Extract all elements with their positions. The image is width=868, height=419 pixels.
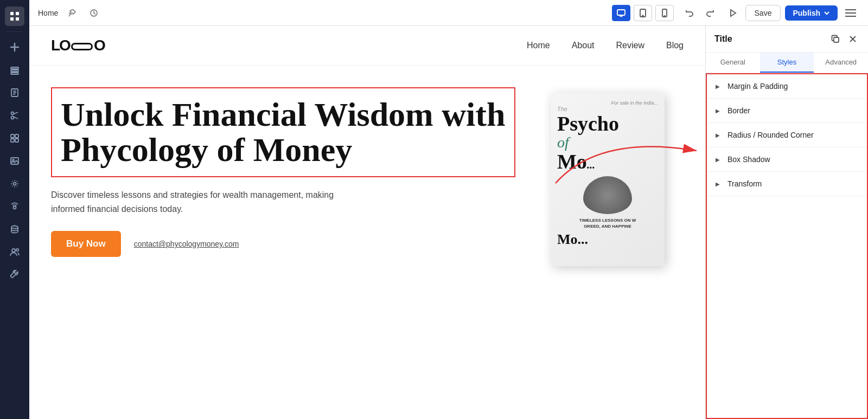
svg-line-26 — [69, 15, 70, 16]
nav-link-home[interactable]: Home — [527, 41, 550, 50]
publish-button[interactable]: Publish — [785, 5, 838, 21]
svg-point-11 — [11, 112, 14, 115]
website-preview: LOO Home About Review Blog Unlock Financ… — [29, 26, 705, 419]
section-label-margin: Margin & Padding — [727, 82, 788, 91]
tools-icon[interactable] — [5, 265, 24, 285]
section-radius-rounded[interactable]: ▶ Radius / Rounded Corner — [707, 123, 867, 147]
hero-subtitle: Discover timeless lessons and strategies… — [51, 188, 344, 216]
section-label-transform: Transform — [727, 179, 762, 188]
logo-rect — [71, 43, 93, 50]
panel-header: Title — [706, 26, 868, 53]
canvas-area: LOO Home About Review Blog Unlock Financ… — [29, 26, 868, 419]
nav-links: Home About Review Blog — [527, 41, 684, 50]
hero-title: Unlock Financial Wisdom with Phycology o… — [61, 97, 506, 167]
viewport-controls — [612, 5, 674, 21]
svg-rect-15 — [11, 134, 14, 138]
hero-actions: Buy Now contact@phycologymoney.com — [51, 231, 515, 257]
book-title-mo: Mo... — [557, 151, 658, 172]
scissors-icon[interactable] — [5, 106, 24, 125]
svg-point-24 — [12, 249, 15, 252]
section-arrow-margin: ▶ — [716, 83, 720, 89]
svg-rect-3 — [16, 17, 19, 21]
book-cover: For sale in the India... The Psycho of M… — [551, 93, 665, 266]
tab-general[interactable]: General — [706, 53, 760, 73]
undo-icon[interactable] — [680, 4, 698, 22]
hero-title-box: Unlock Financial Wisdom with Phycology o… — [51, 87, 515, 177]
site-navigation: LOO Home About Review Blog — [29, 26, 705, 66]
image-icon[interactable] — [5, 151, 24, 171]
svg-point-22 — [14, 207, 16, 209]
svg-rect-28 — [617, 10, 625, 15]
top-bar: Home — [29, 0, 868, 26]
preview-icon[interactable] — [724, 4, 741, 22]
tablet-viewport-btn[interactable] — [634, 5, 652, 21]
settings-icon[interactable] — [5, 174, 24, 194]
left-sidebar — [0, 0, 29, 419]
svg-rect-18 — [15, 139, 18, 142]
section-arrow-radius: ▶ — [716, 132, 720, 138]
section-arrow-transform: ▶ — [716, 181, 720, 187]
sidebar-divider-1 — [7, 31, 23, 32]
panel-header-icons — [829, 33, 859, 46]
panel-tabs: General Styles Advanced — [706, 53, 868, 73]
grid-nav-icon[interactable] — [5, 7, 24, 26]
svg-rect-40 — [834, 37, 839, 42]
section-box-shadow[interactable]: ▶ Box Shadow — [707, 147, 867, 172]
svg-rect-16 — [15, 134, 18, 138]
components-icon[interactable] — [5, 128, 24, 148]
svg-rect-0 — [10, 12, 14, 15]
site-logo: LOO — [51, 37, 105, 54]
section-border[interactable]: ▶ Border — [707, 99, 867, 123]
book-cover-inner: For sale in the India... The Psycho of M… — [551, 93, 665, 266]
svg-rect-6 — [11, 73, 18, 74]
redo-icon[interactable] — [702, 4, 719, 22]
panel-sections: ▶ Margin & Padding ▶ Border ▶ Radius / R… — [706, 73, 868, 419]
nav-link-review[interactable]: Review — [616, 41, 644, 50]
svg-point-25 — [16, 249, 18, 251]
svg-point-32 — [642, 15, 643, 16]
tab-styles[interactable]: Styles — [760, 53, 814, 73]
section-arrow-border: ▶ — [716, 108, 720, 114]
book-title-psycho: Psycho — [557, 113, 658, 134]
top-bar-left: Home — [38, 5, 605, 21]
buy-now-button[interactable]: Buy Now — [51, 231, 121, 257]
history-icon[interactable] — [86, 5, 101, 21]
tab-advanced[interactable]: Advanced — [814, 53, 868, 73]
broadcast-icon[interactable] — [5, 197, 24, 216]
page-name: Home — [38, 9, 58, 17]
book-brain-image — [583, 176, 632, 214]
section-margin-padding[interactable]: ▶ Margin & Padding — [707, 74, 867, 99]
page-icon[interactable] — [5, 83, 24, 102]
nav-link-about[interactable]: About — [572, 41, 595, 50]
pin-icon[interactable] — [65, 5, 80, 21]
users-icon[interactable] — [5, 242, 24, 262]
nav-link-blog[interactable]: Blog — [666, 41, 684, 50]
section-label-border: Border — [727, 106, 750, 115]
panel-copy-icon[interactable] — [829, 33, 842, 46]
database-icon[interactable] — [5, 220, 24, 239]
section-arrow-shadow: ▶ — [716, 157, 720, 163]
svg-point-21 — [14, 183, 16, 185]
save-button[interactable]: Save — [745, 5, 781, 21]
contact-link[interactable]: contact@phycologymoney.com — [134, 240, 239, 248]
top-bar-right: Save Publish — [680, 4, 859, 22]
mobile-viewport-btn[interactable] — [655, 5, 674, 21]
svg-rect-1 — [16, 12, 19, 15]
right-panel: Title — [705, 26, 868, 419]
section-transform[interactable]: ▶ Transform — [707, 172, 867, 196]
hero-section: Unlock Financial Wisdom with Phycology o… — [29, 66, 705, 282]
book-title-the: The — [557, 106, 658, 112]
section-label-radius: Radius / Rounded Corner — [727, 131, 814, 139]
desktop-viewport-btn[interactable] — [612, 5, 630, 21]
svg-point-12 — [11, 117, 14, 119]
svg-point-23 — [11, 226, 18, 229]
main-area: Home — [29, 0, 868, 419]
svg-rect-2 — [10, 17, 14, 21]
hamburger-menu-icon[interactable] — [842, 4, 859, 22]
svg-rect-4 — [11, 67, 18, 69]
book-bottom-text: TIMELESS LESSONS ON WGREED, AND HAPPINE — [557, 217, 658, 229]
add-element-icon[interactable] — [5, 37, 24, 57]
panel-close-icon[interactable] — [846, 33, 859, 46]
layers-icon[interactable] — [5, 60, 24, 80]
book-title-mo2: Mo... — [557, 231, 658, 248]
